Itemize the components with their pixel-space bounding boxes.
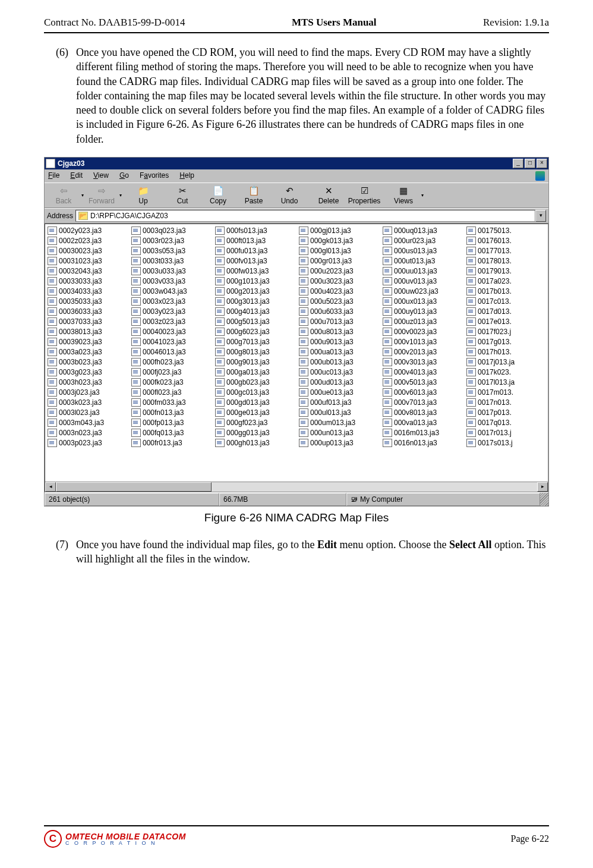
- file-item[interactable]: 0017q013.: [466, 417, 548, 427]
- file-item[interactable]: 000v4013.ja3: [383, 367, 464, 377]
- forward-button[interactable]: ⇨Forward: [84, 184, 119, 206]
- file-item[interactable]: 0003u033.ja3: [131, 266, 213, 276]
- file-item[interactable]: 0017c013.: [466, 296, 548, 306]
- file-item[interactable]: 000gj013.ja3: [299, 225, 380, 235]
- file-item[interactable]: 0003h023.ja3: [48, 377, 129, 387]
- file-item[interactable]: 000ux013.ja3: [383, 296, 464, 306]
- file-item[interactable]: 000gr013.ja3: [299, 256, 380, 266]
- file-item[interactable]: 000fv013.ja3: [215, 256, 296, 266]
- scroll-track[interactable]: [56, 482, 537, 492]
- file-item[interactable]: 000ft013.ja3: [215, 235, 296, 246]
- file-item[interactable]: 0003y023.ja3: [131, 306, 213, 316]
- file-item[interactable]: 0003b023.ja3: [48, 357, 129, 367]
- file-item[interactable]: 0003r023.ja3: [131, 235, 213, 246]
- file-item[interactable]: 000gb023.ja3: [215, 377, 296, 387]
- file-item[interactable]: 000g1013.ja3: [215, 276, 296, 286]
- cut-button[interactable]: ✂Cut: [165, 184, 200, 206]
- file-item[interactable]: 0003x023.ja3: [131, 296, 213, 306]
- file-item[interactable]: 00031023.ja3: [48, 256, 129, 266]
- file-item[interactable]: 000up013.ja3: [299, 438, 380, 448]
- file-item[interactable]: 0003p023.ja3: [48, 438, 129, 448]
- file-item[interactable]: 0003m043.ja3: [48, 417, 129, 427]
- file-item[interactable]: 000ue013.ja3: [299, 387, 380, 397]
- file-item[interactable]: 000us013.ja3: [383, 246, 464, 256]
- file-item[interactable]: 000gf023.ja3: [215, 417, 296, 427]
- file-item[interactable]: 00041023.ja3: [131, 336, 213, 347]
- file-item[interactable]: 000uz013.ja3: [383, 316, 464, 326]
- file-item[interactable]: 000ud013.ja3: [299, 377, 380, 387]
- file-item[interactable]: 00038013.ja3: [48, 326, 129, 336]
- up-button[interactable]: 📁Up: [125, 184, 161, 206]
- file-item[interactable]: 000fw013.ja3: [215, 266, 296, 276]
- file-item[interactable]: 000g6023.ja3: [215, 326, 296, 336]
- file-item[interactable]: 000gl013.ja3: [299, 246, 380, 256]
- views-button[interactable]: ▦Views: [386, 184, 421, 206]
- file-item[interactable]: 000fq013.ja3: [131, 427, 213, 438]
- file-item[interactable]: 000gh013.ja3: [215, 438, 296, 448]
- file-item[interactable]: 000uc013.ja3: [299, 367, 380, 377]
- file-item[interactable]: 000uu013.ja3: [383, 266, 464, 276]
- file-item[interactable]: 0003l023.ja3: [48, 407, 129, 417]
- file-item[interactable]: 000va013.ja3: [383, 417, 464, 427]
- file-item[interactable]: 00037033.ja3: [48, 316, 129, 326]
- file-item[interactable]: 0003t033.ja3: [131, 256, 213, 266]
- views-dropdown-icon[interactable]: ▾: [421, 193, 424, 198]
- file-item[interactable]: 000ga013.ja3: [215, 367, 296, 377]
- file-item[interactable]: 000v8013.ja3: [383, 407, 464, 417]
- file-item[interactable]: 000v0023.ja3: [383, 326, 464, 336]
- file-item[interactable]: 000uw023.ja3: [383, 286, 464, 296]
- paste-button[interactable]: 📋Paste: [236, 184, 272, 206]
- file-item[interactable]: 000ua013.ja3: [299, 347, 380, 357]
- file-item[interactable]: 000v6013.ja3: [383, 387, 464, 397]
- menu-file[interactable]: File: [48, 171, 59, 181]
- file-item[interactable]: 0017m013.: [466, 387, 548, 397]
- menu-go[interactable]: Go: [119, 171, 129, 181]
- file-item[interactable]: 0003w043.ja3: [131, 286, 213, 296]
- maximize-button[interactable]: □: [525, 159, 535, 168]
- file-item[interactable]: 000u5023.ja3: [299, 296, 380, 306]
- file-item[interactable]: 0002y023.ja3: [48, 225, 129, 235]
- file-item[interactable]: 000gd013.ja3: [215, 397, 296, 407]
- file-item[interactable]: 000ut013.ja3: [383, 256, 464, 266]
- file-item[interactable]: 0017g013.: [466, 336, 548, 347]
- file-item[interactable]: 0017l013.ja: [466, 377, 548, 387]
- file-item[interactable]: 000uf013.ja3: [299, 397, 380, 407]
- horizontal-scrollbar[interactable]: ◂ ▸: [45, 482, 548, 492]
- file-item[interactable]: 000fn013.ja3: [131, 407, 213, 417]
- file-item[interactable]: 0017f023.j: [466, 326, 548, 336]
- file-item[interactable]: 000fr013.ja3: [131, 438, 213, 448]
- undo-button[interactable]: ↶Undo: [272, 184, 307, 206]
- file-item[interactable]: 000uy013.ja3: [383, 306, 464, 316]
- file-item[interactable]: 0017r013.j: [466, 427, 548, 438]
- file-item[interactable]: 00040023.ja3: [131, 326, 213, 336]
- file-item[interactable]: 00034033.ja3: [48, 286, 129, 296]
- properties-button[interactable]: ☑Properties: [346, 184, 382, 206]
- file-item[interactable]: 000u4023.ja3: [299, 286, 380, 296]
- file-item[interactable]: 000g8013.ja3: [215, 347, 296, 357]
- file-item[interactable]: 000um013.ja3: [299, 417, 380, 427]
- file-item[interactable]: 000g5013.ja3: [215, 316, 296, 326]
- file-item[interactable]: 00035033.ja3: [48, 296, 129, 306]
- file-item[interactable]: 000g3013.ja3: [215, 296, 296, 306]
- file-item[interactable]: 00178013.: [466, 256, 548, 266]
- window-titlebar[interactable]: Cjgaz03 _ □ ×: [45, 158, 548, 169]
- file-item[interactable]: 000v7013.ja3: [383, 397, 464, 407]
- file-item[interactable]: 000g9013.ja3: [215, 357, 296, 367]
- file-item[interactable]: 000v1013.ja3: [383, 336, 464, 347]
- file-item[interactable]: 00033033.ja3: [48, 276, 129, 286]
- file-item[interactable]: 000u2023.ja3: [299, 266, 380, 276]
- file-item[interactable]: 000u3023.ja3: [299, 276, 380, 286]
- menu-favorites[interactable]: Favorites: [140, 171, 169, 181]
- file-item[interactable]: 0003a023.ja3: [48, 347, 129, 357]
- file-item[interactable]: 000v5013.ja3: [383, 377, 464, 387]
- file-item[interactable]: 00039023.ja3: [48, 336, 129, 347]
- file-item[interactable]: 00176013.: [466, 235, 548, 246]
- delete-button[interactable]: ✕Delete: [311, 184, 346, 206]
- file-item[interactable]: 000ur023.ja3: [383, 235, 464, 246]
- file-item[interactable]: 0017k023.: [466, 367, 548, 377]
- file-item[interactable]: 000gc013.ja3: [215, 387, 296, 397]
- file-item[interactable]: 0017s013.j: [466, 438, 548, 448]
- file-item[interactable]: 00179013.: [466, 266, 548, 276]
- file-item[interactable]: 0017j013.ja: [466, 357, 548, 367]
- file-item[interactable]: 000fm033.ja3: [131, 397, 213, 407]
